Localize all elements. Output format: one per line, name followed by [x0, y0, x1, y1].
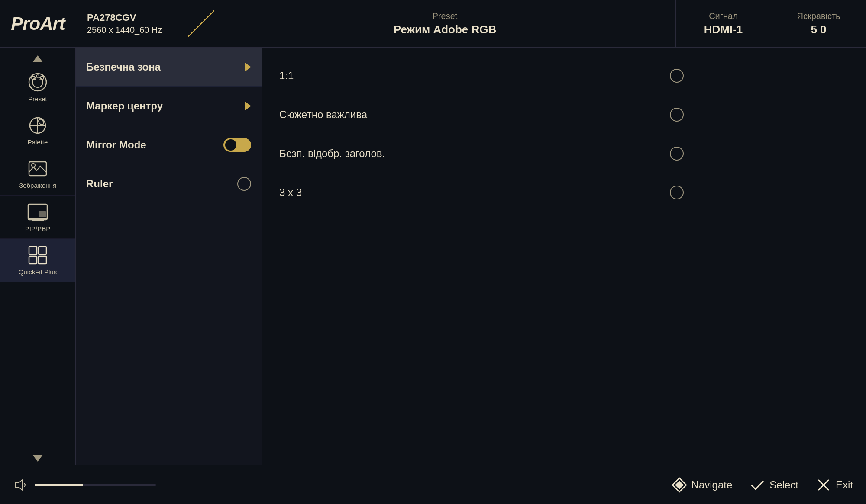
main-area: Preset Palette Зображення	[0, 48, 866, 465]
right-panel	[701, 48, 866, 465]
sub-item-safe-title[interactable]: Безп. відобр. заголов.	[262, 134, 701, 173]
preset-icon	[27, 72, 48, 93]
menu-panel: Безпечна зона Маркер центру Mirror Mode …	[76, 48, 262, 465]
sidebar-item-image[interactable]: Зображення	[0, 152, 75, 196]
footer: Navigate Select Exit	[0, 465, 866, 504]
menu-item-ruler-label: Ruler	[86, 178, 113, 190]
sidebar-item-pip-pbp-label: PIP/PBP	[25, 225, 50, 232]
menu-item-safe-zone-label: Безпечна зона	[86, 61, 161, 73]
toggle-knob	[225, 139, 236, 151]
sub-item-3x3-label: 3 x 3	[279, 186, 302, 199]
sidebar: Preset Palette Зображення	[0, 48, 76, 465]
svg-marker-25	[675, 481, 684, 489]
svg-marker-23	[16, 480, 23, 490]
sidebar-item-pip-pbp[interactable]: PIP/PBP	[0, 196, 75, 239]
model-resolution: 2560 x 1440_60 Hz	[87, 25, 177, 35]
sub-radio-3x3[interactable]	[670, 186, 684, 199]
sidebar-item-image-label: Зображення	[19, 182, 56, 189]
navigate-label: Navigate	[692, 479, 733, 491]
pip-pbp-icon	[27, 202, 48, 222]
sidebar-item-quickfit-label: QuickFit Plus	[19, 268, 57, 276]
brightness-area: Яскравість 5 0	[771, 0, 866, 47]
svg-point-1	[32, 77, 43, 87]
chevron-right-2-icon	[245, 102, 251, 110]
menu-item-ruler[interactable]: Ruler	[76, 164, 262, 203]
sidebar-up-arrow[interactable]	[0, 52, 75, 66]
svg-rect-19	[29, 247, 37, 254]
brightness-label: Яскравість	[797, 11, 840, 21]
sub-radio-story[interactable]	[670, 108, 684, 122]
volume-area	[13, 477, 672, 493]
header-diagonal-divider	[188, 0, 214, 47]
svg-rect-22	[39, 256, 46, 264]
svg-line-5	[35, 79, 36, 80]
brightness-value: 5 0	[811, 23, 826, 36]
chevron-right-icon	[245, 63, 251, 71]
sidebar-item-preset[interactable]: Preset	[0, 66, 75, 109]
x-icon	[816, 477, 831, 493]
header: ProArt PA278CGV 2560 x 1440_60 Hz Preset…	[0, 0, 866, 48]
sub-item-3x3[interactable]: 3 x 3	[262, 173, 701, 212]
sub-item-safe-title-label: Безп. відобр. заголов.	[279, 148, 385, 160]
exit-button[interactable]: Exit	[816, 477, 853, 493]
volume-bar[interactable]	[35, 484, 156, 486]
menu-item-mirror-mode-label: Mirror Mode	[86, 139, 146, 151]
sub-item-1-1[interactable]: 1:1	[262, 56, 701, 95]
preset-label: Preset	[433, 11, 458, 21]
sidebar-down-arrow[interactable]	[0, 451, 75, 465]
arrow-up-icon	[32, 55, 43, 62]
model-name: PA278CGV	[87, 12, 177, 23]
volume-fill	[35, 484, 83, 486]
svg-rect-14	[39, 211, 46, 217]
sidebar-item-preset-label: Preset	[28, 95, 47, 103]
logo: ProArt	[11, 13, 65, 34]
sub-radio-safe-title[interactable]	[670, 147, 684, 161]
preset-value: Режим Adobe RGB	[394, 23, 497, 36]
preset-center: Preset Режим Adobe RGB	[214, 0, 675, 47]
menu-item-safe-zone[interactable]: Безпечна зона	[76, 48, 262, 87]
check-icon	[750, 477, 765, 493]
signal-area: Сигнал HDMI-1	[675, 0, 771, 47]
svg-point-10	[38, 118, 45, 125]
logo-area: ProArt	[0, 0, 76, 47]
svg-rect-21	[29, 256, 37, 264]
svg-rect-20	[39, 247, 46, 254]
select-button[interactable]: Select	[750, 477, 798, 493]
select-label: Select	[769, 479, 798, 491]
signal-label: Сигнал	[709, 11, 738, 21]
volume-icon	[13, 477, 29, 493]
navigate-icon	[672, 477, 687, 493]
sidebar-item-palette[interactable]: Palette	[0, 109, 75, 152]
sidebar-item-quickfit[interactable]: QuickFit Plus	[0, 239, 75, 282]
sub-panel: 1:1 Сюжетно важлива Безп. відобр. заголо…	[262, 48, 701, 465]
sub-radio-1-1[interactable]	[670, 69, 684, 83]
arrow-down-icon	[32, 455, 43, 462]
menu-item-center-marker[interactable]: Маркер центру	[76, 87, 262, 125]
menu-item-safe-zone-right	[245, 63, 251, 71]
svg-line-6	[39, 79, 41, 80]
ruler-radio[interactable]	[237, 177, 251, 191]
sub-item-story-label: Сюжетно важлива	[279, 109, 367, 121]
sidebar-item-palette-label: Palette	[28, 138, 48, 146]
model-info: PA278CGV 2560 x 1440_60 Hz	[76, 0, 188, 47]
menu-item-mirror-mode-right	[223, 138, 251, 152]
quickfit-icon	[27, 245, 48, 266]
image-icon	[27, 158, 48, 179]
menu-item-mirror-mode[interactable]: Mirror Mode	[76, 125, 262, 164]
navigate-button[interactable]: Navigate	[672, 477, 733, 493]
menu-item-center-marker-label: Маркер центру	[86, 100, 163, 112]
sub-item-1-1-label: 1:1	[279, 70, 294, 82]
signal-value: HDMI-1	[704, 23, 743, 36]
mirror-mode-toggle[interactable]	[223, 138, 251, 152]
palette-icon	[27, 115, 48, 136]
footer-controls: Navigate Select Exit	[672, 477, 853, 493]
menu-item-center-marker-right	[245, 102, 251, 110]
exit-label: Exit	[836, 479, 853, 491]
menu-item-ruler-right	[237, 177, 251, 191]
svg-point-0	[29, 74, 46, 91]
sub-item-story[interactable]: Сюжетно важлива	[262, 95, 701, 134]
